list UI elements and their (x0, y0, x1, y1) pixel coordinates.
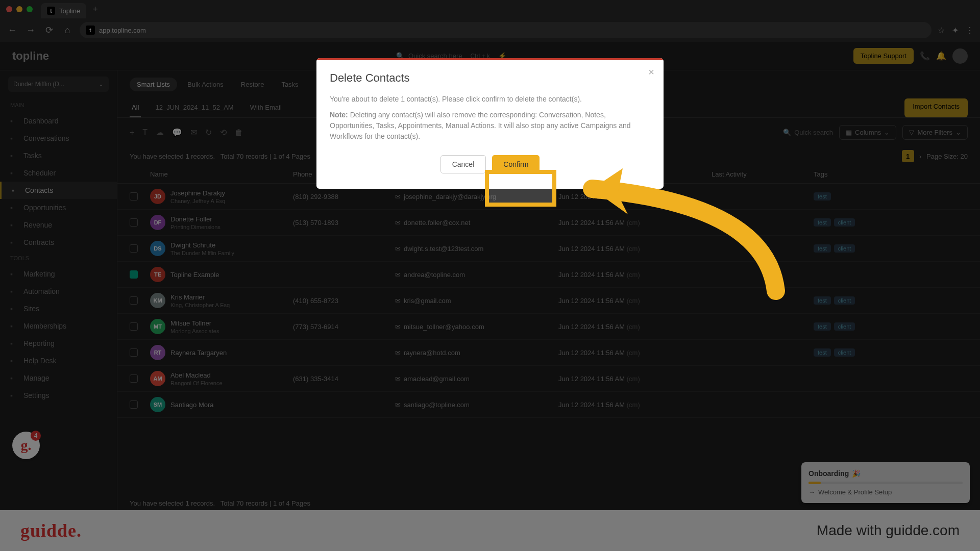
cancel-button[interactable]: Cancel (440, 155, 486, 173)
confirm-button[interactable]: Confirm (492, 155, 540, 173)
modal-text-1: You're about to delete 1 contact(s). Ple… (330, 94, 650, 105)
close-icon[interactable]: × (648, 66, 654, 78)
modal-title: Delete Contacts (330, 71, 650, 85)
modal-note: Note: Deleting any contact(s) will also … (330, 110, 650, 142)
delete-contacts-modal: × Delete Contacts You're about to delete… (316, 58, 664, 189)
